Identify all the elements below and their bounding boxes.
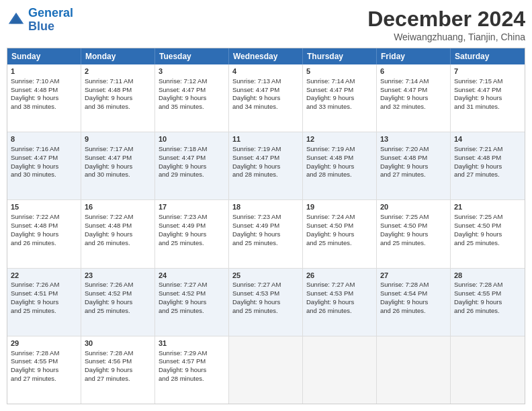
- day-info-line: Daylight: 9 hours: [306, 163, 373, 171]
- header-day-tuesday: Tuesday: [155, 48, 229, 64]
- day-info-line: Sunrise: 7:27 AM: [232, 281, 299, 289]
- day-info-line: and 38 minutes.: [11, 103, 77, 111]
- day-cell-1: 1Sunrise: 7:10 AMSunset: 4:48 PMDaylight…: [7, 64, 81, 132]
- day-cell-6: 6Sunrise: 7:14 AMSunset: 4:47 PMDaylight…: [377, 64, 451, 132]
- day-cell-24: 24Sunrise: 7:27 AMSunset: 4:52 PMDayligh…: [155, 269, 229, 336]
- header-day-monday: Monday: [81, 48, 155, 64]
- day-info-line: Sunset: 4:47 PM: [454, 86, 521, 95]
- day-info-line: Sunset: 4:49 PM: [232, 222, 299, 230]
- day-info-line: Daylight: 9 hours: [380, 298, 447, 307]
- day-info-line: Daylight: 9 hours: [306, 94, 373, 103]
- day-number-15: 15: [11, 202, 77, 212]
- day-cell-21: 21Sunrise: 7:25 AMSunset: 4:50 PMDayligh…: [451, 200, 525, 267]
- day-info-line: and 25 minutes.: [159, 307, 225, 316]
- header-day-saturday: Saturday: [451, 48, 525, 64]
- day-info-line: Sunset: 4:53 PM: [306, 289, 373, 298]
- day-info-line: Sunset: 4:52 PM: [85, 289, 151, 298]
- day-info-line: Daylight: 9 hours: [159, 298, 225, 307]
- main-title: December 2024: [367, 7, 525, 32]
- day-info-line: Sunset: 4:48 PM: [11, 222, 77, 230]
- day-number-14: 14: [454, 134, 521, 144]
- day-cell-28: 28Sunrise: 7:28 AMSunset: 4:55 PMDayligh…: [451, 269, 525, 336]
- day-cell-31: 31Sunrise: 7:29 AMSunset: 4:57 PMDayligh…: [155, 336, 229, 404]
- day-info-line: Daylight: 9 hours: [85, 94, 151, 103]
- day-info-line: and 33 minutes.: [306, 103, 373, 111]
- empty-cell: [377, 336, 451, 404]
- day-info-line: Daylight: 9 hours: [454, 298, 521, 307]
- logo-icon: [7, 11, 26, 30]
- day-info-line: Sunset: 4:55 PM: [454, 289, 521, 298]
- day-cell-27: 27Sunrise: 7:28 AMSunset: 4:54 PMDayligh…: [377, 269, 451, 336]
- day-cell-14: 14Sunrise: 7:21 AMSunset: 4:48 PMDayligh…: [451, 132, 525, 199]
- day-info-line: Daylight: 9 hours: [159, 230, 225, 239]
- day-number-31: 31: [159, 338, 225, 349]
- day-number-8: 8: [11, 134, 77, 144]
- day-info-line: Sunrise: 7:23 AM: [232, 213, 299, 222]
- day-info-line: and 28 minutes.: [232, 171, 299, 179]
- day-info-line: Daylight: 9 hours: [380, 94, 447, 103]
- day-number-11: 11: [232, 134, 299, 144]
- header: General Blue December 2024 Weiwangzhuang…: [7, 7, 525, 42]
- day-info-line: Sunset: 4:51 PM: [11, 289, 77, 298]
- day-cell-20: 20Sunrise: 7:25 AMSunset: 4:50 PMDayligh…: [377, 200, 451, 267]
- header-day-wednesday: Wednesday: [229, 48, 303, 64]
- day-info-line: Sunset: 4:48 PM: [85, 86, 151, 95]
- day-info-line: Sunset: 4:48 PM: [306, 154, 373, 163]
- day-cell-11: 11Sunrise: 7:19 AMSunset: 4:47 PMDayligh…: [229, 132, 303, 199]
- day-info-line: Sunrise: 7:24 AM: [306, 213, 373, 222]
- day-cell-16: 16Sunrise: 7:22 AMSunset: 4:48 PMDayligh…: [81, 200, 155, 267]
- logo-line2: Blue: [28, 19, 54, 33]
- empty-cell: [229, 336, 303, 404]
- day-number-16: 16: [85, 202, 151, 212]
- day-info-line: Sunset: 4:53 PM: [232, 289, 299, 298]
- day-info-line: and 27 minutes.: [11, 375, 77, 383]
- day-info-line: Daylight: 9 hours: [454, 163, 521, 171]
- day-info-line: Sunset: 4:47 PM: [85, 154, 151, 163]
- day-info-line: Sunrise: 7:28 AM: [11, 349, 77, 358]
- day-info-line: Daylight: 9 hours: [85, 366, 151, 375]
- day-number-26: 26: [306, 271, 373, 281]
- day-info-line: Daylight: 9 hours: [306, 230, 373, 239]
- day-cell-4: 4Sunrise: 7:13 AMSunset: 4:47 PMDaylight…: [229, 64, 303, 132]
- day-info-line: Daylight: 9 hours: [159, 163, 225, 171]
- day-info-line: Daylight: 9 hours: [85, 298, 151, 307]
- calendar: SundayMondayTuesdayWednesdayThursdayFrid…: [7, 48, 525, 404]
- day-cell-30: 30Sunrise: 7:28 AMSunset: 4:56 PMDayligh…: [81, 336, 155, 404]
- day-info-line: Sunset: 4:57 PM: [159, 357, 225, 366]
- day-cell-23: 23Sunrise: 7:26 AMSunset: 4:52 PMDayligh…: [81, 269, 155, 336]
- logo-line1: General: [28, 6, 73, 19]
- day-info-line: Sunrise: 7:16 AM: [11, 145, 77, 154]
- day-cell-8: 8Sunrise: 7:16 AMSunset: 4:47 PMDaylight…: [7, 132, 81, 199]
- day-info-line: Sunrise: 7:14 AM: [380, 77, 447, 86]
- day-number-29: 29: [11, 338, 77, 349]
- day-info-line: Daylight: 9 hours: [380, 163, 447, 171]
- day-cell-22: 22Sunrise: 7:26 AMSunset: 4:51 PMDayligh…: [7, 269, 81, 336]
- day-number-10: 10: [159, 134, 225, 144]
- day-info-line: Sunset: 4:49 PM: [159, 222, 225, 230]
- day-cell-7: 7Sunrise: 7:15 AMSunset: 4:47 PMDaylight…: [451, 64, 525, 132]
- calendar-row-2: 15Sunrise: 7:22 AMSunset: 4:48 PMDayligh…: [7, 200, 525, 268]
- day-info-line: Sunset: 4:50 PM: [454, 222, 521, 230]
- day-info-line: Sunrise: 7:28 AM: [85, 349, 151, 358]
- day-info-line: and 32 minutes.: [380, 103, 447, 111]
- day-info-line: Sunset: 4:50 PM: [306, 222, 373, 230]
- day-info-line: Sunset: 4:48 PM: [11, 86, 77, 95]
- day-info-line: Sunrise: 7:28 AM: [380, 281, 447, 289]
- day-cell-15: 15Sunrise: 7:22 AMSunset: 4:48 PMDayligh…: [7, 200, 81, 267]
- subtitle: Weiwangzhuang, Tianjin, China: [367, 32, 525, 42]
- day-info-line: and 28 minutes.: [159, 375, 225, 383]
- day-info-line: Sunrise: 7:26 AM: [85, 281, 151, 289]
- page: General Blue December 2024 Weiwangzhuang…: [0, 0, 532, 411]
- empty-cell: [303, 336, 377, 404]
- day-number-30: 30: [85, 338, 151, 349]
- day-number-4: 4: [232, 66, 299, 77]
- day-number-3: 3: [159, 66, 225, 77]
- day-info-line: Sunrise: 7:21 AM: [454, 145, 521, 154]
- day-info-line: and 26 minutes.: [454, 307, 521, 316]
- header-day-thursday: Thursday: [303, 48, 377, 64]
- calendar-header: SundayMondayTuesdayWednesdayThursdayFrid…: [7, 48, 525, 64]
- day-info-line: Sunset: 4:47 PM: [11, 154, 77, 163]
- day-info-line: Daylight: 9 hours: [454, 230, 521, 239]
- day-number-17: 17: [159, 202, 225, 212]
- day-number-13: 13: [380, 134, 447, 144]
